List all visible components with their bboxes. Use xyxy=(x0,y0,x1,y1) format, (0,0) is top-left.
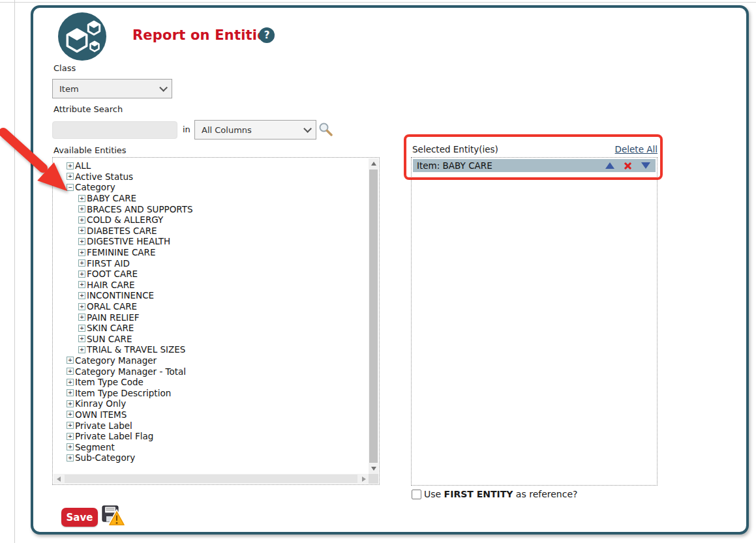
tree-item[interactable]: + BRACES AND SUPPORTS xyxy=(54,203,367,214)
tree-item[interactable]: + BABY CARE xyxy=(54,193,367,204)
tree-item[interactable]: + FOOT CARE xyxy=(54,269,367,280)
tree-item[interactable]: + DIABETES CARE xyxy=(54,226,367,237)
tree-item[interactable]: + INCONTINENCE xyxy=(54,290,367,301)
page-left-divider xyxy=(14,0,15,543)
save-button[interactable]: Save xyxy=(61,508,98,527)
tree-toggle-icon[interactable]: + xyxy=(67,433,74,440)
attribute-search-input[interactable] xyxy=(52,121,177,139)
tree-item-label: Active Status xyxy=(75,171,133,182)
tree-toggle-icon[interactable]: + xyxy=(78,292,85,299)
tree-toggle-icon[interactable]: + xyxy=(78,227,85,234)
tree-item-label: FEMININE CARE xyxy=(87,247,156,257)
tree-item[interactable]: + ALL xyxy=(54,160,367,171)
tree-toggle-icon[interactable]: + xyxy=(67,400,74,407)
tree-item[interactable]: + Category Manager - Total xyxy=(54,366,367,377)
tree-item-label: DIGESTIVE HEALTH xyxy=(87,236,170,246)
tree-toggle-icon[interactable]: − xyxy=(67,184,74,191)
tree-toggle-icon[interactable]: + xyxy=(67,389,74,396)
cubes-logo-icon xyxy=(57,12,107,61)
tree-item-label: HAIR CARE xyxy=(87,280,135,290)
tree-toggle-icon[interactable]: + xyxy=(67,379,74,386)
vertical-scroll-thumb[interactable] xyxy=(369,169,378,463)
scroll-up-icon[interactable] xyxy=(369,158,378,169)
tree-toggle-icon[interactable]: + xyxy=(67,411,74,418)
tree-item[interactable]: + Category Manager xyxy=(54,355,367,366)
tree-toggle-icon[interactable]: + xyxy=(78,238,85,245)
tree-toggle-icon[interactable]: + xyxy=(67,357,74,364)
tree-item-label: Kinray Only xyxy=(75,398,126,409)
tree-item[interactable]: + TRIAL & TRAVEL SIZES xyxy=(54,344,367,355)
tree-item[interactable]: + SKIN CARE xyxy=(54,323,367,334)
tree-item-label: INCONTINENCE xyxy=(87,290,154,301)
tree-toggle-icon[interactable]: + xyxy=(78,271,85,278)
selected-entity-row[interactable]: Item: BABY CARE xyxy=(413,159,656,172)
scroll-right-icon[interactable] xyxy=(359,474,369,484)
tree-item-label: Item Type Description xyxy=(75,388,171,398)
delete-all-link[interactable]: Delete All xyxy=(615,144,658,154)
tree-item-label: OWN ITEMS xyxy=(75,409,127,420)
tree-item[interactable]: + PAIN RELIEF xyxy=(54,312,367,323)
move-up-icon[interactable] xyxy=(605,162,614,169)
tree-toggle-icon[interactable]: + xyxy=(78,249,85,256)
tree-toggle-icon[interactable]: + xyxy=(78,259,85,267)
tree-item[interactable]: + ORAL CARE xyxy=(54,301,367,312)
scroll-left-icon[interactable] xyxy=(53,474,63,484)
chevron-down-icon xyxy=(159,83,168,92)
selected-entity-label: Item: BABY CARE xyxy=(417,160,605,171)
class-dropdown[interactable]: Item xyxy=(52,79,172,98)
tree-item[interactable]: + Item Type Code xyxy=(54,377,367,388)
tree-toggle-icon[interactable]: + xyxy=(78,216,85,224)
tree-item[interactable]: + FIRST AID xyxy=(54,257,367,269)
tree-toggle-icon[interactable]: + xyxy=(78,314,85,321)
tree-toggle-icon[interactable]: + xyxy=(78,335,85,342)
columns-dropdown[interactable]: All Columns xyxy=(194,120,316,139)
tree-toggle-icon[interactable]: + xyxy=(78,303,85,310)
tree-item[interactable]: − Category xyxy=(54,182,367,193)
tree-item[interactable]: + HAIR CARE xyxy=(54,280,367,291)
tree-item-label: Private Label xyxy=(75,420,132,431)
move-down-icon[interactable] xyxy=(641,162,650,169)
help-icon[interactable]: ? xyxy=(259,27,275,43)
reference-option-row: Use FIRST ENTITY as reference? xyxy=(412,489,577,499)
tree-toggle-icon[interactable]: + xyxy=(78,205,85,213)
selected-entities-panel: Item: BABY CARE xyxy=(411,157,658,486)
tree-toggle-icon[interactable]: + xyxy=(67,162,74,169)
tree-item[interactable]: + DIGESTIVE HEALTH xyxy=(54,236,367,247)
tree-toggle-icon[interactable]: + xyxy=(67,368,74,375)
tree-toggle-icon[interactable]: + xyxy=(78,195,85,202)
page-title: Report on Entities xyxy=(132,27,275,43)
tree-toggle-icon[interactable]: + xyxy=(67,173,74,180)
tree-item-label: TRIAL & TRAVEL SIZES xyxy=(87,344,185,355)
tree-item[interactable]: + COLD & ALLERGY xyxy=(54,214,367,226)
tree-item[interactable]: + Private Label xyxy=(54,420,367,431)
tree-item-label: ORAL CARE xyxy=(87,301,137,312)
tree-item[interactable]: + FEMININE CARE xyxy=(54,247,367,258)
tree-item[interactable]: + Sub-Category xyxy=(54,452,367,463)
tree-toggle-icon[interactable]: + xyxy=(78,325,85,332)
search-icon[interactable] xyxy=(318,121,333,137)
tree-toggle-icon[interactable]: + xyxy=(78,281,85,288)
tree-toggle-icon[interactable]: + xyxy=(67,422,74,429)
tree-item-label: DIABETES CARE xyxy=(87,226,157,236)
use-first-entity-checkbox[interactable] xyxy=(412,490,421,499)
tree-item[interactable]: + Kinray Only xyxy=(54,398,367,409)
tree-toggle-icon[interactable]: + xyxy=(78,346,85,353)
tree-item[interactable]: + Active Status xyxy=(54,171,367,183)
tree-item[interactable]: + SUN CARE xyxy=(54,334,367,345)
tree-item[interactable]: + Segment xyxy=(54,441,367,452)
in-label: in xyxy=(183,125,190,134)
chevron-down-icon xyxy=(303,125,312,133)
vertical-scrollbar[interactable] xyxy=(369,158,378,474)
tree-item[interactable]: + Private Label Flag xyxy=(54,431,367,442)
horizontal-scrollbar[interactable] xyxy=(53,474,369,484)
remove-entity-icon[interactable] xyxy=(624,162,632,170)
tree-item[interactable]: + OWN ITEMS xyxy=(54,409,367,420)
class-label: Class xyxy=(53,63,76,73)
horizontal-scroll-thumb[interactable] xyxy=(65,475,357,483)
tree-toggle-icon[interactable]: + xyxy=(67,443,74,450)
class-dropdown-value: Item xyxy=(59,84,155,94)
tree-toggle-icon[interactable]: + xyxy=(67,454,74,462)
columns-dropdown-value: All Columns xyxy=(202,125,299,135)
scroll-down-icon[interactable] xyxy=(369,463,378,474)
tree-item[interactable]: + Item Type Description xyxy=(54,387,367,398)
